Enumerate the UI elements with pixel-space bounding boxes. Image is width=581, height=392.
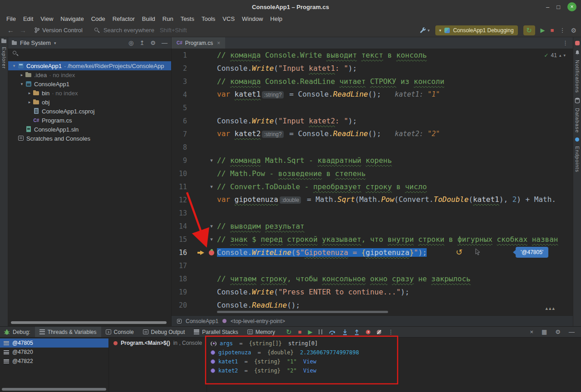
code-line-4[interactable]: 4var katet1:string? = Console.ReadLine()… <box>172 88 573 101</box>
variable-row-gipotenuza[interactable]: gipotenuza = {double} 2.2360679774997898 <box>207 348 581 357</box>
stripe-item-notifications[interactable]: Notifications <box>575 60 580 93</box>
tree-item-consoleapp1-project[interactable]: ▾ConsoleApp1 <box>8 79 171 88</box>
code-line-18[interactable]: 18// читаем строку, чтобы консольное окн… <box>172 272 573 285</box>
code-line-1[interactable]: 1// команда Console.Write выводит текст … <box>172 49 573 62</box>
thread-row[interactable]: @47822 <box>0 357 108 366</box>
line-number[interactable]: 20 <box>172 301 187 309</box>
breadcrumb-project[interactable]: ConsoleApp1 <box>186 318 218 324</box>
fold-marker-icon[interactable]: ▾ <box>210 236 213 242</box>
panel-settings-icon[interactable]: ⚙ <box>150 39 156 46</box>
quick-settings-button[interactable]: ▾ <box>419 27 430 34</box>
stripe-item-explorer[interactable]: Explorer <box>1 47 7 69</box>
menu-navigate[interactable]: Navigate <box>57 15 87 22</box>
close-debug-icon[interactable]: × <box>530 328 533 335</box>
code-line-12[interactable]: 12var gipotenuza:double = Math.Sqrt(Math… <box>172 193 573 206</box>
code-line-20[interactable]: 20Console.ReadLine(); <box>172 299 573 312</box>
tab-close-icon[interactable]: × <box>217 40 220 46</box>
breadcrumb-entry-point[interactable]: <top-level-entry-point> <box>231 318 285 324</box>
fold-marker-icon[interactable]: ▾ <box>210 223 213 229</box>
problems-icon[interactable] <box>575 41 580 45</box>
menu-help[interactable]: Help <box>266 15 286 22</box>
code-text[interactable]: // выводим результат <box>217 220 573 233</box>
tab-options-icon[interactable]: ⋮ <box>562 39 568 46</box>
line-number[interactable]: 1 <box>172 51 187 59</box>
code-text[interactable]: Console.Write("Press ENTER to continue..… <box>217 285 573 299</box>
menu-refactor[interactable]: Refactor <box>109 15 138 22</box>
menu-run[interactable]: Run <box>159 15 177 22</box>
view-link[interactable]: View <box>300 358 316 365</box>
layout-icon[interactable]: ▦ <box>542 328 547 335</box>
chevron-right-icon[interactable]: ▸ <box>19 73 25 77</box>
code-text[interactable]: // знак $ перед строкой указывает, что в… <box>217 233 573 246</box>
code-text[interactable]: // команда Console.ReadLine читает СТРОК… <box>217 75 573 88</box>
code-line-10[interactable]: 10// Math.Pow - возведение в степень <box>172 167 573 180</box>
menu-build[interactable]: Build <box>138 15 159 22</box>
debug-tab-threads-variables[interactable]: Threads & Variables <box>35 327 101 337</box>
tree-item-consoleapp1-solution[interactable]: ▾ConsoleApp1 · /home/kei/RiderProjects/C… <box>8 61 171 70</box>
thread-row[interactable]: @47805 <box>0 338 108 348</box>
next-problem-icon[interactable]: ▾ <box>563 53 566 58</box>
stripe-item-endpoints[interactable]: Endpoints <box>575 146 580 172</box>
collapse-all-icon[interactable]: ↥ <box>139 39 144 46</box>
breakpoint-icon[interactable] <box>209 250 214 255</box>
resume-icon[interactable]: ▶ <box>308 328 312 335</box>
code-line-6[interactable]: 6Console.Write("Input katet2: "); <box>172 114 573 127</box>
code-line-15[interactable]: 15▾// знак $ перед строкой указывает, чт… <box>172 233 573 246</box>
tree-item-bin-folder[interactable]: ▸bin · no index <box>8 88 171 98</box>
fold-marker-icon[interactable]: ▾ <box>210 184 213 190</box>
project-scrollbar[interactable] <box>11 321 167 324</box>
tree-item-idea-folder[interactable]: ▸.idea · no index <box>8 70 171 79</box>
tab-program-cs[interactable]: C# Program.cs × <box>172 37 225 49</box>
minimize-button[interactable]: – <box>546 4 549 10</box>
locate-file-icon[interactable]: ◎ <box>128 39 133 46</box>
debug-tab-memory[interactable]: Memory <box>243 327 280 337</box>
rerun-debug-icon[interactable]: ↻ <box>286 328 292 336</box>
debug-tab-debug-output[interactable]: Debug Output <box>138 327 190 337</box>
code-line-2[interactable]: 2Console.Write("Input katet1: "); <box>172 62 573 75</box>
bell-icon[interactable] <box>575 50 580 55</box>
endpoints-icon[interactable] <box>575 137 579 142</box>
line-number[interactable]: 16 <box>172 249 187 257</box>
debug-tab-parallel-stacks[interactable]: Parallel Stacks <box>189 327 242 337</box>
code-text[interactable]: // Convert.ToDouble - преобразует строку… <box>217 180 573 193</box>
maximize-button[interactable]: □ <box>556 4 560 10</box>
run-configuration-widget[interactable]: ▾ ConsoleApp1 Debugging <box>435 25 518 35</box>
code-text[interactable]: // читаем строку, чтобы консольное окно … <box>217 272 573 285</box>
code-text[interactable]: // команда Math.Sqrt - квадратный корень <box>217 154 573 167</box>
menu-tests[interactable]: Tests <box>177 15 198 22</box>
line-number[interactable]: 8 <box>172 143 187 152</box>
code-line-9[interactable]: 9▾// команда Math.Sqrt - квадратный коре… <box>172 154 573 167</box>
line-number[interactable]: 19 <box>172 288 187 296</box>
variable-row-args[interactable]: args = {string[]} string[0] <box>207 339 581 348</box>
code-text[interactable]: Console.Write("Input katet1: "); <box>217 62 573 75</box>
mute-breakpoints-icon[interactable] <box>377 330 381 334</box>
chevron-right-icon[interactable]: ▸ <box>26 91 33 95</box>
line-number[interactable]: 6 <box>172 117 187 125</box>
line-number[interactable]: 17 <box>172 262 187 270</box>
view-breakpoints-icon[interactable] <box>366 330 370 334</box>
menu-code[interactable]: Code <box>88 15 109 22</box>
frame-row[interactable]: Program.<Main>$() in , Console <box>109 338 207 348</box>
line-number[interactable]: 18 <box>172 275 187 283</box>
code-line-14[interactable]: 14▾// выводим результат <box>172 220 573 233</box>
code-line-3[interactable]: 3// команда Console.ReadLine читает СТРО… <box>172 75 573 88</box>
view-link[interactable]: View <box>300 368 316 374</box>
code-line-8[interactable]: 8 <box>172 141 573 154</box>
tree-item-obj-folder[interactable]: ▸obj <box>8 98 171 107</box>
line-number[interactable]: 12 <box>172 196 187 204</box>
tree-item-sln-file[interactable]: ConsoleApp1.sln <box>8 125 171 134</box>
tree-item-scratches[interactable]: Scratches and Consoles <box>8 134 171 143</box>
line-number[interactable]: 15 <box>172 235 187 244</box>
menu-edit[interactable]: Edit <box>20 15 37 22</box>
jump-to-line-icon[interactable]: ↺ <box>456 247 463 257</box>
line-number[interactable]: 7 <box>172 130 187 138</box>
more-actions-icon[interactable]: ⋮ <box>559 27 565 34</box>
line-number[interactable]: 5 <box>172 104 187 112</box>
menu-file[interactable]: File <box>3 15 20 22</box>
code-text[interactable]: // Math.Pow - возведение в степень <box>217 167 573 180</box>
code-text[interactable]: // команда Console.Write выводит текст в… <box>217 49 573 62</box>
stop-button[interactable]: ■ <box>551 27 554 34</box>
code-text[interactable]: Console.Write("Input katet2: "); <box>217 114 573 127</box>
project-search[interactable] <box>8 49 171 59</box>
close-button[interactable]: × <box>567 2 576 11</box>
